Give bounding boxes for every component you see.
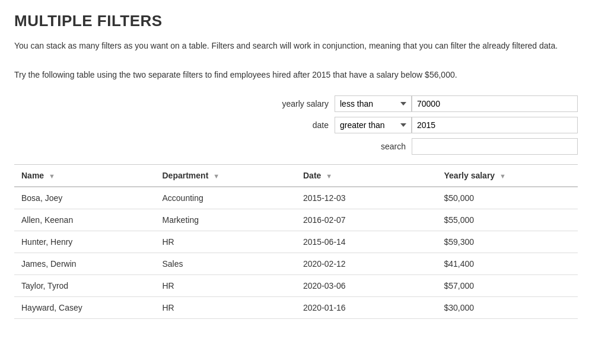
cell-salary: $41,400 <box>437 253 578 275</box>
cell-department: Sales <box>155 253 297 275</box>
search-input[interactable] <box>412 138 578 155</box>
salary-filter-row: yearly salary less than greater than equ… <box>14 95 578 112</box>
cell-department: HR <box>155 231 297 253</box>
cell-date: 2015-12-03 <box>296 187 437 209</box>
salary-filter-label: yearly salary <box>281 99 329 108</box>
cell-department: HR <box>155 275 297 297</box>
cell-date: 2015-06-14 <box>296 231 437 253</box>
cell-date: 2016-02-07 <box>296 209 437 231</box>
date-operator-select[interactable]: greater than less than equal to <box>335 117 412 133</box>
cell-salary: $59,300 <box>437 231 578 253</box>
table-row: James, Derwin Sales 2020-02-12 $41,400 <box>14 253 578 275</box>
table-header-row: Name ▼ Department ▼ Date ▼ Yearly salary… <box>14 165 578 187</box>
salary-value-input[interactable] <box>412 95 578 112</box>
cell-salary: $57,000 <box>437 275 578 297</box>
filters-section: yearly salary less than greater than equ… <box>14 95 578 155</box>
cell-department: HR <box>155 297 297 319</box>
salary-sort-icon: ▼ <box>499 173 506 180</box>
date-filter-label: date <box>281 120 329 130</box>
table-row: Bosa, Joey Accounting 2015-12-03 $50,000 <box>14 187 578 209</box>
table-body: Bosa, Joey Accounting 2015-12-03 $50,000… <box>14 187 578 319</box>
name-sort-icon: ▼ <box>49 173 55 180</box>
cell-salary: $50,000 <box>437 187 578 209</box>
salary-operator-select[interactable]: less than greater than equal to <box>335 95 412 112</box>
col-header-name[interactable]: Name ▼ <box>14 165 155 187</box>
cell-name: Bosa, Joey <box>14 187 155 209</box>
cell-department: Marketing <box>155 209 297 231</box>
search-row: search <box>14 138 578 155</box>
cell-name: Hunter, Henry <box>14 231 155 253</box>
cell-name: Allen, Keenan <box>14 209 155 231</box>
cell-name: Hayward, Casey <box>14 297 155 319</box>
description-1: You can stack as many filters as you wan… <box>14 40 578 52</box>
table-row: Hunter, Henry HR 2015-06-14 $59,300 <box>14 231 578 253</box>
dept-sort-icon: ▼ <box>213 173 219 180</box>
page-title: MULTIPLE FILTERS <box>14 12 578 30</box>
date-value-input[interactable] <box>412 117 578 133</box>
col-header-salary[interactable]: Yearly salary ▼ <box>437 165 578 187</box>
cell-date: 2020-01-16 <box>296 297 437 319</box>
description-2: Try the following table using the two se… <box>14 69 578 81</box>
table-row: Hayward, Casey HR 2020-01-16 $30,000 <box>14 297 578 319</box>
table-row: Allen, Keenan Marketing 2016-02-07 $55,0… <box>14 209 578 231</box>
cell-date: 2020-02-12 <box>296 253 437 275</box>
search-label: search <box>358 142 406 151</box>
cell-date: 2020-03-06 <box>296 275 437 297</box>
cell-salary: $30,000 <box>437 297 578 319</box>
cell-department: Accounting <box>155 187 297 209</box>
col-header-department[interactable]: Department ▼ <box>155 165 297 187</box>
date-sort-icon: ▼ <box>326 173 332 180</box>
col-header-date[interactable]: Date ▼ <box>296 165 437 187</box>
cell-name: Taylor, Tyrod <box>14 275 155 297</box>
cell-name: James, Derwin <box>14 253 155 275</box>
date-filter-row: date greater than less than equal to <box>14 117 578 133</box>
table-row: Taylor, Tyrod HR 2020-03-06 $57,000 <box>14 275 578 297</box>
cell-salary: $55,000 <box>437 209 578 231</box>
data-table: Name ▼ Department ▼ Date ▼ Yearly salary… <box>14 164 578 319</box>
